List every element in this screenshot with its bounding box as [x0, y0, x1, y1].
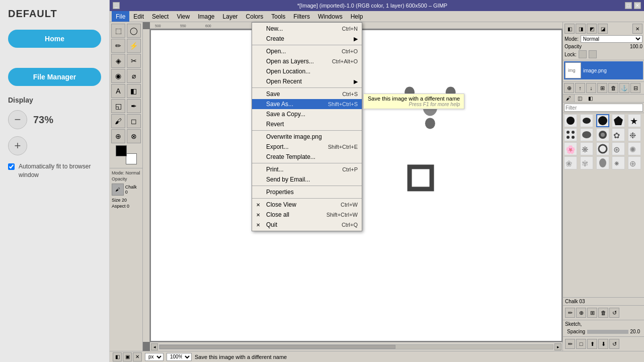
menu-file[interactable]: File [112, 11, 129, 22]
menu-close-all[interactable]: ✕Close allShift+Ctrl+W [252, 210, 362, 220]
new-doc-btn[interactable]: □ [576, 339, 586, 349]
tool-ellipse-select[interactable]: ◯ [127, 24, 141, 38]
tool-airbrush[interactable]: ⊕ [111, 129, 125, 143]
menu-tools[interactable]: Tools [267, 11, 289, 22]
menu-help[interactable]: Help [347, 11, 367, 22]
down-layer-btn[interactable]: ↓ [586, 83, 596, 93]
tool-color-select[interactable]: ◈ [111, 54, 125, 68]
menu-view[interactable]: View [173, 11, 194, 22]
anchor-layer-btn[interactable]: ⚓ [619, 83, 629, 93]
scroll-thumb[interactable] [159, 345, 395, 349]
menu-colors[interactable]: Colors [242, 11, 268, 22]
menu-filters[interactable]: Filters [289, 11, 314, 22]
menu-save-as[interactable]: Save As...Shift+Ctrl+S [252, 99, 362, 109]
menu-save[interactable]: SaveCtrl+S [252, 89, 362, 99]
brush-11[interactable]: 🌸 [564, 142, 577, 155]
menu-create-template[interactable]: Create Template... [252, 152, 362, 162]
menu-save-copy[interactable]: Save a Copy... [252, 109, 362, 119]
spacing-slider[interactable] [587, 330, 628, 334]
import-btn[interactable]: ⬇ [598, 339, 608, 349]
refresh-btn[interactable]: ↺ [609, 339, 619, 349]
status-icon-3[interactable]: ✕ [133, 352, 142, 361]
menu-properties[interactable]: Properties [252, 187, 362, 197]
layer-row[interactable]: img image.png [564, 61, 643, 79]
brush-14[interactable]: ⊛ [612, 142, 625, 155]
brush-4[interactable] [612, 114, 625, 127]
up-layer-btn[interactable]: ↑ [575, 83, 585, 93]
status-icon-1[interactable]: ◧ [113, 352, 122, 361]
filemgr-button[interactable]: File Manager [8, 68, 101, 86]
menu-open-layers[interactable]: Open as Layers...Ctrl+Alt+O [252, 56, 362, 66]
tool-paths[interactable]: ⌀ [127, 69, 141, 83]
zoom-in-button[interactable]: + [8, 136, 27, 155]
menu-edit[interactable]: Edit [129, 11, 148, 22]
unit-select[interactable]: px [145, 353, 164, 361]
scroll-track[interactable] [159, 344, 553, 349]
h-scrollbar[interactable]: ◂ ▸ [150, 342, 562, 351]
menu-open-recent[interactable]: Open Recent▶ [252, 76, 362, 86]
brush-9[interactable]: ✿ [612, 128, 625, 141]
menu-layer[interactable]: Layer [219, 11, 242, 22]
menu-open[interactable]: Open...Ctrl+O [252, 46, 362, 56]
status-icon-2[interactable]: ▣ [123, 352, 132, 361]
menu-send-email[interactable]: Send by Email... [252, 174, 362, 185]
tool-eraser[interactable]: ◻ [127, 114, 141, 128]
auto-fit-checkbox[interactable] [8, 163, 15, 170]
tab-patterns[interactable]: ◫ [575, 95, 585, 102]
brush-16[interactable]: ❀ [564, 156, 577, 169]
tool-bucket-fill[interactable]: ◧ [127, 84, 141, 98]
brush-20[interactable]: ⊕ [628, 156, 641, 169]
right-tool-4[interactable]: ◪ [598, 24, 608, 34]
menu-create[interactable]: Create▶ [252, 34, 362, 44]
scroll-right-btn[interactable]: ▸ [554, 343, 561, 350]
refresh-brush-btn[interactable]: ↺ [609, 308, 619, 318]
brush-17[interactable]: ✾ [580, 156, 593, 169]
minimize-button[interactable]: _ [113, 2, 120, 9]
zoom-out-button[interactable]: − [8, 110, 27, 129]
brush-13[interactable] [596, 142, 609, 155]
duplicate-layer-btn[interactable]: ⊞ [597, 83, 607, 93]
right-close[interactable]: ✕ [632, 24, 642, 34]
merge-layer-btn[interactable]: ⊟ [630, 83, 640, 93]
menu-image[interactable]: Image [194, 11, 218, 22]
export-btn[interactable]: ⬆ [587, 339, 597, 349]
tool-text[interactable]: A [111, 84, 125, 98]
new-layer-btn[interactable]: ⊕ [564, 83, 574, 93]
scroll-left-btn[interactable]: ◂ [151, 343, 158, 350]
tool-clone[interactable]: ⊗ [127, 129, 141, 143]
menu-open-location[interactable]: Open Location... [252, 66, 362, 76]
right-tool-3[interactable]: ◩ [587, 24, 597, 34]
brush-7[interactable] [580, 128, 593, 141]
brush-8[interactable] [596, 128, 609, 141]
zoom-select[interactable]: 100% [167, 353, 192, 361]
menu-new[interactable]: New...Ctrl+N [252, 24, 362, 34]
menu-select[interactable]: Select [148, 11, 173, 22]
tool-free-select[interactable]: ✏ [111, 39, 125, 53]
tool-rect-select[interactable]: ⬚ [111, 24, 125, 38]
tool-pencil[interactable]: ✒ [127, 99, 141, 113]
right-tool-1[interactable]: ◧ [565, 24, 575, 34]
lock-alpha-btn[interactable] [579, 50, 587, 58]
menu-windows[interactable]: Windows [314, 11, 347, 22]
paint-btn[interactable]: ✏ [565, 339, 575, 349]
edit-brush-btn[interactable]: ✏ [565, 308, 575, 318]
menu-overwrite[interactable]: Overwrite image.png [252, 132, 362, 142]
menu-print[interactable]: Print...Ctrl+P [252, 164, 362, 174]
tool-paintbrush[interactable]: 🖌 [111, 114, 125, 128]
restore-button[interactable]: □ [625, 2, 632, 9]
dup-brush-btn[interactable]: ⊞ [587, 308, 597, 318]
brush-10[interactable]: ❉ [628, 128, 641, 141]
menu-close-view[interactable]: ✕Close ViewCtrl+W [252, 200, 362, 210]
tab-brushes[interactable]: 🖌 [563, 95, 575, 102]
menu-revert[interactable]: Revert [252, 119, 362, 129]
brush-12[interactable]: ❋ [580, 142, 593, 155]
brush-3[interactable] [596, 114, 609, 127]
tab-gradients[interactable]: ◧ [585, 95, 596, 102]
right-tool-2[interactable]: ◨ [576, 24, 586, 34]
tool-foreground-select[interactable]: ◉ [111, 69, 125, 83]
home-button[interactable]: Home [8, 30, 101, 48]
brush-19[interactable]: ⁕ [612, 156, 625, 169]
brush-1[interactable] [564, 114, 577, 127]
lock-paint-btn[interactable] [589, 50, 597, 58]
menu-quit[interactable]: ✕QuitCtrl+Q [252, 220, 362, 230]
